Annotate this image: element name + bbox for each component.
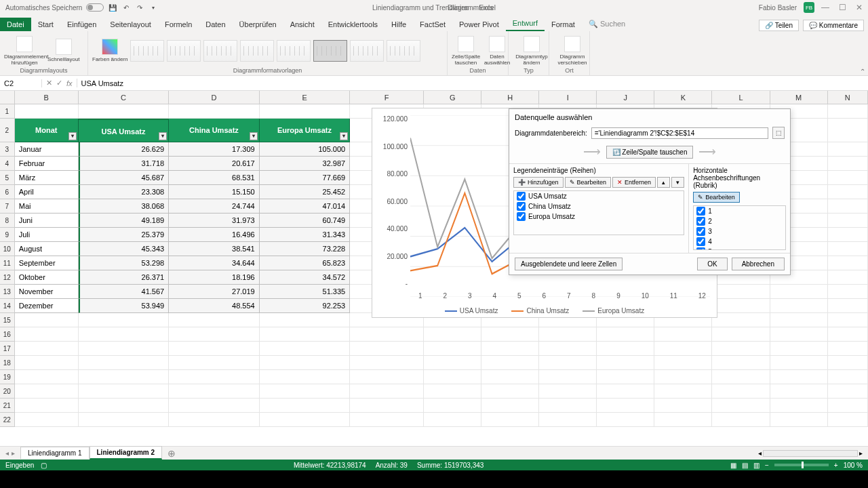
cell[interactable]: 92.253 <box>260 299 350 313</box>
series-list[interactable]: USA Umsatz China Umsatz Europa Umsatz <box>513 190 684 235</box>
cell[interactable] <box>828 356 868 370</box>
cell[interactable] <box>260 370 350 384</box>
cell[interactable]: 16.496 <box>169 228 259 242</box>
cell[interactable] <box>169 104 259 119</box>
hidden-empty-cells-button[interactable]: Ausgeblendete und leere Zellen <box>515 258 623 270</box>
cell[interactable] <box>654 384 712 399</box>
cell[interactable] <box>424 356 481 370</box>
cell[interactable] <box>712 413 770 427</box>
move-down-button[interactable]: ▾ <box>671 177 684 188</box>
cell[interactable] <box>539 399 597 413</box>
chart-style-8[interactable] <box>387 40 420 62</box>
cell[interactable]: 51.335 <box>260 285 350 299</box>
cell[interactable]: 15.150 <box>169 185 259 199</box>
tab-help[interactable]: Hilfe <box>384 18 413 31</box>
cell[interactable] <box>169 342 259 356</box>
cell[interactable] <box>79 413 169 427</box>
cell[interactable] <box>828 299 868 313</box>
row-header-13[interactable]: 13 <box>0 285 15 299</box>
maximize-icon[interactable]: ☐ <box>839 3 846 12</box>
view-pagebreak-icon[interactable]: ▥ <box>753 462 760 469</box>
cell[interactable]: 31.973 <box>169 214 259 228</box>
cell[interactable] <box>481 342 539 356</box>
tab-file[interactable]: Datei <box>0 18 31 31</box>
cell[interactable] <box>350 342 424 356</box>
undo-icon[interactable]: ↶ <box>121 3 131 12</box>
cell[interactable] <box>770 299 828 313</box>
cell[interactable] <box>79 356 169 370</box>
share-button[interactable]: 🔗 Teilen <box>759 20 799 31</box>
cell[interactable] <box>539 327 597 342</box>
col-header-H[interactable]: H <box>481 91 539 104</box>
add-sheet-button[interactable]: ⊕ <box>162 448 181 459</box>
cell[interactable] <box>828 413 868 427</box>
cell[interactable] <box>712 285 770 299</box>
col-header-N[interactable]: N <box>828 91 868 104</box>
series-checkbox[interactable] <box>517 192 526 201</box>
cell[interactable]: März <box>15 171 79 185</box>
cell[interactable] <box>712 299 770 313</box>
row-header-4[interactable]: 4 <box>0 157 15 171</box>
cell[interactable] <box>424 342 481 356</box>
cell[interactable]: 38.541 <box>169 242 259 256</box>
cell[interactable] <box>15 384 79 399</box>
zoom-in-icon[interactable]: + <box>834 462 838 469</box>
cell[interactable] <box>712 370 770 384</box>
cell[interactable] <box>828 270 868 285</box>
cell[interactable] <box>828 313 868 327</box>
col-header-G[interactable]: G <box>424 91 481 104</box>
range-picker-icon[interactable]: ⬚ <box>772 127 785 139</box>
cell[interactable]: 49.189 <box>79 214 170 228</box>
cell[interactable]: 23.308 <box>79 185 170 199</box>
category-checkbox[interactable] <box>696 207 705 216</box>
cell[interactable] <box>539 384 597 399</box>
cell[interactable] <box>169 399 259 413</box>
redo-icon[interactable]: ↷ <box>135 3 144 12</box>
table-header[interactable]: Monat▾ <box>15 119 79 142</box>
qat-more-icon[interactable]: ▾ <box>149 3 158 12</box>
cell[interactable]: August <box>15 242 79 256</box>
cell[interactable] <box>597 384 654 399</box>
move-up-button[interactable]: ▴ <box>657 177 670 188</box>
cell[interactable] <box>654 399 712 413</box>
sheet-tab-1[interactable]: Liniendiagramm 1 <box>20 447 90 459</box>
row-header-14[interactable]: 14 <box>0 299 15 313</box>
cell[interactable] <box>350 370 424 384</box>
cell[interactable]: Juli <box>15 228 79 242</box>
cell[interactable] <box>15 399 79 413</box>
cell[interactable] <box>539 342 597 356</box>
row-header-11[interactable]: 11 <box>0 256 15 270</box>
cell[interactable] <box>424 327 481 342</box>
cell[interactable] <box>828 342 868 356</box>
cell[interactable] <box>654 370 712 384</box>
col-header-D[interactable]: D <box>169 91 260 104</box>
view-pagelayout-icon[interactable]: ▤ <box>742 462 748 469</box>
hscroll-left-icon[interactable]: ◂ <box>758 449 762 457</box>
series-item[interactable]: China Umsatz <box>514 201 684 211</box>
row-header-9[interactable]: 9 <box>0 228 15 242</box>
cell[interactable]: 68.531 <box>169 171 259 185</box>
cell[interactable]: 20.617 <box>169 157 259 171</box>
cell[interactable] <box>260 413 350 427</box>
cell[interactable] <box>15 356 79 370</box>
row-header-1[interactable]: 1 <box>0 104 15 119</box>
cell[interactable] <box>481 384 539 399</box>
cell[interactable] <box>79 313 169 327</box>
cell[interactable]: 25.379 <box>79 228 170 242</box>
cell[interactable] <box>169 313 259 327</box>
cell[interactable] <box>539 356 597 370</box>
filter-icon[interactable]: ▾ <box>340 132 348 140</box>
col-header-B[interactable]: B <box>15 91 79 104</box>
series-item[interactable]: Europa Umsatz <box>514 211 684 222</box>
tab-review[interactable]: Überprüfen <box>233 18 283 31</box>
cell[interactable]: 32.987 <box>260 157 350 171</box>
cell[interactable] <box>481 327 539 342</box>
cell[interactable]: November <box>15 285 79 299</box>
cell[interactable]: 38.068 <box>79 199 170 214</box>
cell[interactable] <box>770 327 828 342</box>
cell[interactable] <box>79 327 169 342</box>
cell[interactable] <box>539 413 597 427</box>
filter-icon[interactable]: ▾ <box>68 132 77 140</box>
cell[interactable]: April <box>15 185 79 199</box>
chart-style-2[interactable] <box>167 40 201 62</box>
